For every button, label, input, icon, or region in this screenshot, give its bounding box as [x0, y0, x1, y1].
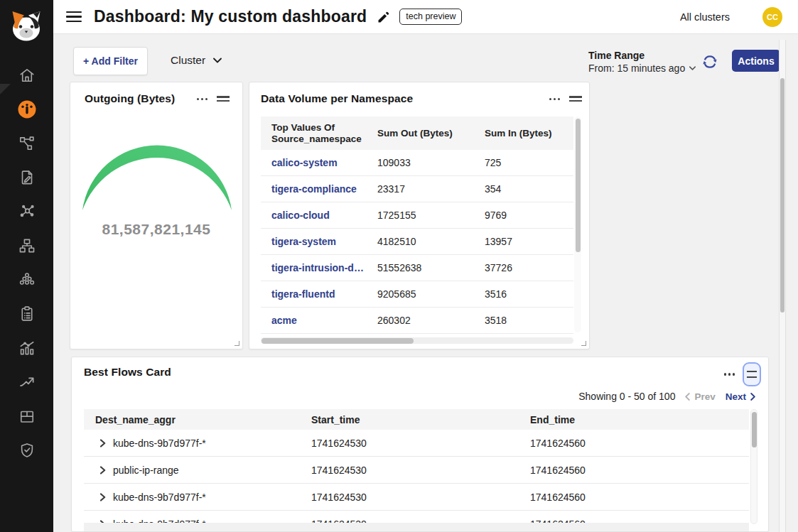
- dashboard-gauge-icon: [16, 99, 38, 120]
- sidebar-item-threat-defense[interactable]: [0, 439, 53, 462]
- network-nodes-icon: [18, 202, 36, 221]
- chevron-right-icon: [750, 393, 755, 401]
- dashboard-scrollbar-track[interactable]: [779, 40, 786, 532]
- actions-button[interactable]: Actions: [732, 50, 780, 72]
- table-row: tigera-system 4182510 13957: [261, 229, 573, 255]
- table-horizontal-scrollbar-track[interactable]: [261, 337, 573, 344]
- prev-page-button[interactable]: Prev: [685, 391, 715, 402]
- column-header: Sum In (Bytes): [474, 128, 573, 139]
- refresh-button[interactable]: [701, 53, 718, 70]
- pagination: Showing 0 - 50 of 100 Prev Next: [578, 391, 755, 402]
- namespace-link[interactable]: tigera-compliance: [271, 183, 357, 195]
- namespace-link[interactable]: calico-system: [271, 157, 338, 168]
- workload-cluster-icon: [18, 271, 36, 289]
- cluster-filter-dropdown[interactable]: Cluster: [171, 54, 222, 67]
- next-page-button[interactable]: Next: [726, 391, 755, 402]
- card-resize-handle[interactable]: [234, 341, 239, 346]
- home-icon: [18, 66, 36, 85]
- sidebar-item-network-visualization[interactable]: [0, 200, 53, 223]
- top-header: Dashboard: My custom dashboard tech prev…: [53, 0, 798, 34]
- time-range-dropdown[interactable]: From: 15 minutes ago: [588, 63, 696, 74]
- user-avatar[interactable]: CC: [762, 7, 782, 27]
- card-menu-icon[interactable]: [724, 370, 735, 378]
- table-horizontal-scrollbar-track[interactable]: [84, 523, 749, 531]
- sum-in-cell: 9769: [474, 210, 573, 221]
- expand-row-chevron-icon[interactable]: [99, 493, 107, 501]
- namespace-link[interactable]: tigera-fluentd: [271, 288, 335, 300]
- page-title: Dashboard: My custom dashboard: [94, 7, 367, 26]
- chevron-down-icon: [213, 58, 222, 63]
- end-time-cell: 1741624560: [519, 438, 749, 449]
- sidebar-item-workloads[interactable]: [0, 268, 53, 291]
- hamburger-menu-icon[interactable]: [66, 9, 82, 25]
- table-header-row: Dest_name_aggr Start_time End_time: [84, 409, 749, 430]
- card-title: Data Volume per Namespace: [261, 92, 549, 105]
- card-header: Best Flows Card: [72, 357, 768, 379]
- shield-check-icon: [18, 441, 36, 460]
- table-vertical-scrollbar-track[interactable]: [574, 116, 581, 332]
- sidebar-item-service-graph[interactable]: [0, 132, 53, 155]
- card-resize-handle[interactable]: [581, 341, 586, 346]
- sidebar-item-image-assurance[interactable]: [0, 405, 53, 428]
- sidebar-item-policies[interactable]: [0, 166, 53, 189]
- dashboard-scrollbar-thumb[interactable]: [780, 78, 784, 313]
- table-row: tigera-fluentd 9205685 3516: [261, 281, 573, 308]
- namespace-link[interactable]: tigera-system: [271, 236, 336, 247]
- cluster-selector[interactable]: All clusters: [680, 11, 730, 23]
- app-root: Dashboard: My custom dashboard tech prev…: [0, 0, 798, 532]
- table-row: tigera-compliance 23317 354: [261, 176, 573, 202]
- best-flows-card: Best Flows Card Showing 0 - 50 of 100 Pr…: [71, 357, 769, 532]
- sidebar-item-trends[interactable]: [0, 371, 53, 393]
- gauge-arc: [70, 82, 244, 350]
- table-row: acme 260302 3518: [261, 308, 573, 334]
- sidebar-item-compliance[interactable]: [0, 303, 53, 325]
- edit-dashboard-button[interactable]: [377, 10, 391, 24]
- end-time-cell: 1741624560: [519, 492, 749, 503]
- table-row: tigera-intrusion-d… 51552638 37726: [261, 255, 573, 281]
- table-row: kube-dns-9b7d977f-* 1741624530 174162456…: [84, 484, 749, 511]
- sum-in-cell: 3518: [474, 315, 573, 326]
- next-label: Next: [726, 391, 746, 402]
- namespace-link[interactable]: calico-cloud: [271, 210, 330, 221]
- tech-preview-badge: tech preview: [399, 9, 462, 25]
- table-vertical-scrollbar-track[interactable]: [750, 409, 757, 524]
- expand-row-chevron-icon[interactable]: [99, 439, 107, 447]
- sidebar-item-reports[interactable]: [0, 337, 53, 359]
- sum-out-cell: 9205685: [367, 288, 474, 300]
- card-drag-handle-icon[interactable]: [569, 92, 582, 107]
- time-range-value: From: 15 minutes ago: [588, 63, 685, 74]
- data-volume-card: Data Volume per Namespace Top Values Of …: [249, 82, 590, 349]
- sum-out-cell: 51552638: [367, 262, 474, 273]
- sidebar-item-home[interactable]: [0, 64, 53, 87]
- column-header: Sum Out (Bytes): [367, 128, 474, 139]
- add-filter-button[interactable]: + Add Filter: [73, 47, 148, 75]
- column-header: End_time: [519, 414, 749, 425]
- service-graph-icon: [18, 134, 36, 153]
- gauge-value: 81,587,821,145: [70, 221, 242, 238]
- refresh-icon: [701, 53, 718, 70]
- chevron-left-icon: [685, 393, 690, 401]
- calico-cat-logo[interactable]: [8, 7, 45, 47]
- expand-row-chevron-icon[interactable]: [99, 466, 107, 474]
- table-header-row: Top Values Of Source_namespace Sum Out (…: [261, 116, 573, 150]
- sum-out-cell: 4182510: [367, 236, 474, 247]
- table-vertical-scrollbar-thumb[interactable]: [576, 119, 581, 252]
- start-time-cell: 1741624530: [300, 465, 519, 476]
- card-menu-icon[interactable]: [549, 95, 560, 103]
- pagination-status: Showing 0 - 50 of 100: [578, 391, 675, 402]
- trends-icon: [18, 373, 36, 391]
- pencil-icon: [377, 10, 391, 24]
- endpoints-tree-icon: [18, 237, 36, 255]
- sum-out-cell: 1725155: [367, 210, 474, 221]
- table-row: calico-cloud 1725155 9769: [261, 202, 573, 229]
- table-row: kube-dns-9b7d977f-* 1741624530 174162456…: [84, 430, 749, 457]
- card-header-icons: [549, 92, 582, 107]
- sidebar-item-dashboards[interactable]: [0, 98, 53, 121]
- table-vertical-scrollbar-thumb[interactable]: [752, 412, 757, 447]
- table-horizontal-scrollbar-thumb[interactable]: [261, 338, 414, 344]
- namespace-link[interactable]: tigera-intrusion-d…: [271, 262, 364, 273]
- namespace-link[interactable]: acme: [271, 315, 297, 326]
- card-drag-handle-focused[interactable]: [743, 362, 761, 386]
- card-header-icons: [724, 362, 761, 386]
- sidebar-item-endpoints[interactable]: [0, 234, 53, 257]
